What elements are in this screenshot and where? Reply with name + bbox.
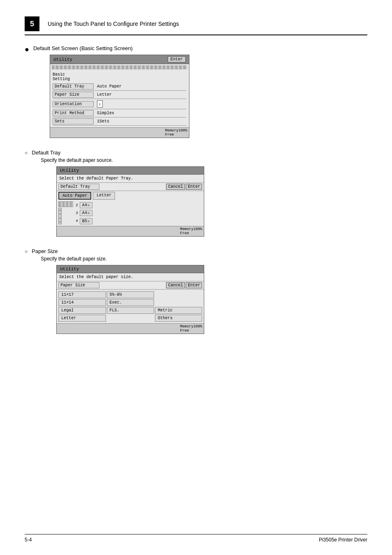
screen2-option-letter[interactable]: Letter <box>93 192 115 200</box>
screen2-tray-section: 2 A4 ▷ 3 A4 ▷ 4 B5 ▷ <box>57 200 204 226</box>
circle-item-1: ○ Default Tray Specify the default paper… <box>25 150 367 237</box>
circle-label-2: Paper Size <box>32 248 367 254</box>
screen3-cancel-btn[interactable]: Cancel <box>166 282 185 288</box>
bullet-item-1: ● Default Set Screen (Basic Setting Scre… <box>25 45 367 138</box>
page-footer: 5-4 Pi3505e Printer Driver <box>25 534 367 543</box>
header-title: Using the Touch Panel to Configure Print… <box>48 21 179 27</box>
bullet-label-1: Default Set Screen (Basic Setting Screen… <box>33 45 189 51</box>
circle-item-2: ○ Paper Size Specify the default paper s… <box>25 248 367 334</box>
screen3-size-11x14[interactable]: 11×14 <box>58 299 106 306</box>
page-container: 5 Using the Touch Panel to Configure Pri… <box>0 0 392 555</box>
screen1-label-print-method: Print Method <box>53 110 94 116</box>
screen1-value-sets: 1Sets <box>94 119 113 124</box>
circle-label-1: Default Tray <box>32 150 367 156</box>
screen3-enter-btn[interactable]: Enter <box>186 282 202 288</box>
screen1-row-print-method: Print Method Simplex <box>53 109 187 117</box>
screen1-row-sets: Sets 1Sets <box>53 117 187 126</box>
screen3-size-exec[interactable]: Exec. <box>107 299 154 306</box>
screen3-title-bar: Utility <box>57 265 204 273</box>
section-default-set: ● Default Set Screen (Basic Setting Scre… <box>25 45 367 138</box>
screen1-row-paper-size: Paper Size Letter <box>53 91 187 99</box>
screen1-section-label: BasicSetting <box>53 72 187 81</box>
screen2-paper-a4d-1[interactable]: A4 ▷ <box>80 202 92 208</box>
screen2-cancel-btn[interactable]: Cancel <box>166 184 185 190</box>
footer-doc-name: Pi3505e Printer Driver <box>319 537 367 543</box>
screen2-option-auto-paper[interactable]: Auto Paper <box>58 192 91 200</box>
screen2-enter-btn[interactable]: Enter <box>186 184 202 190</box>
circle-bullet-1: ○ <box>25 150 28 157</box>
screen1-title-bar: Utility Enter <box>50 55 189 64</box>
screen2-message: Select the default Paper Tray. <box>57 175 204 183</box>
screen3-message: Select the default paper size. <box>57 273 204 281</box>
screen1-label-orientation: Orientation <box>53 101 94 107</box>
screen2-title-bar: Utility <box>57 167 204 175</box>
screen2-header-label: Default Tray <box>58 184 99 190</box>
screen3-header-label: Paper Size <box>58 282 99 288</box>
screen3-size-11x17[interactable]: 11×17 <box>58 291 106 298</box>
screen1-row-orientation: Orientation ▯ <box>53 99 187 109</box>
screen2-paper-1: 2 A4 ▷ <box>76 202 92 208</box>
screen3-size-legal[interactable]: Legal <box>58 307 106 314</box>
screen2-paper-b5d[interactable]: B5 ▷ <box>80 218 92 224</box>
screen2-title: Utility <box>60 168 79 173</box>
screen3-title: Utility <box>60 267 79 272</box>
screen1-row-default-tray: Default Tray Auto Paper <box>53 83 187 91</box>
screen3-header-row: Paper Size Cancel Enter <box>57 281 204 290</box>
screen1-body: BasicSetting Default Tray Auto Paper Pap… <box>50 71 189 127</box>
screen2-paper-options: 2 A4 ▷ 3 A4 ▷ 4 B5 ▷ <box>76 201 92 225</box>
screen1-progress <box>52 65 187 69</box>
circle-sublabel-2: Specify the default paper size. <box>41 256 367 262</box>
screen1-value-print-method: Simplex <box>94 111 118 116</box>
screen3-size-5half-8half[interactable]: 5½-8½ <box>107 291 154 298</box>
circle-bullet-2: ○ <box>25 248 28 255</box>
footer-page-number: 5-4 <box>25 537 32 543</box>
screen3-size-metric[interactable]: Metric <box>155 307 202 314</box>
screen1-label-sets: Sets <box>53 118 94 124</box>
chapter-number: 5 <box>25 16 39 31</box>
screen2-options-row: Auto Paper Letter <box>57 191 204 200</box>
screen1-value-default-tray: Auto Paper <box>94 84 125 89</box>
page-header: 5 Using the Touch Panel to Configure Pri… <box>25 16 367 35</box>
screen1-footer: Memory100%Free <box>50 127 189 138</box>
screen3-size-fls[interactable]: FLS. <box>107 307 154 314</box>
screen1-value-orientation: ▯ <box>94 100 107 108</box>
screen1-enter-btn[interactable]: Enter <box>168 56 186 62</box>
screen2-paper-3: 4 B5 ▷ <box>76 218 92 224</box>
screen3-footer: Memory100%Free <box>57 323 204 334</box>
screen-paper-size: Utility Select the default paper size. P… <box>56 265 204 334</box>
section-paper-size: ○ Paper Size Specify the default paper s… <box>25 248 367 334</box>
screen3-size-others[interactable]: Others <box>155 315 202 322</box>
orientation-portrait-icon: ▯ <box>97 100 103 108</box>
screen2-tray-left-icon <box>58 208 62 224</box>
screen-default-tray: Utility Select the default Paper Tray. D… <box>56 166 204 237</box>
screen2-paper-a4d-2[interactable]: A4 ▷ <box>80 210 92 216</box>
screen2-tray-bar <box>58 201 73 207</box>
screen3-size-letter[interactable]: Letter <box>58 315 106 322</box>
bullet-dot-1: ● <box>25 45 29 54</box>
screen1-label-default-tray: Default Tray <box>53 83 94 90</box>
screen1-value-paper-size: Letter <box>94 92 115 97</box>
screen1-title: Utility <box>53 57 72 62</box>
circle-sublabel-1: Specify the default paper source. <box>41 157 367 163</box>
screen3-size-grid: 11×17 5½-8½ 11×14 Exec. Legal FLS. <box>57 290 204 323</box>
screen2-header-row: Default Tray Cancel Enter <box>57 183 204 191</box>
section-default-tray: ○ Default Tray Specify the default paper… <box>25 150 367 237</box>
screen1-label-paper-size: Paper Size <box>53 92 94 98</box>
screen-basic-setting: Utility Enter BasicSetting Default Tray … <box>50 55 189 138</box>
screen2-paper-2: 3 A4 ▷ <box>76 210 92 216</box>
screen2-footer: Memory100%Free <box>57 226 204 236</box>
